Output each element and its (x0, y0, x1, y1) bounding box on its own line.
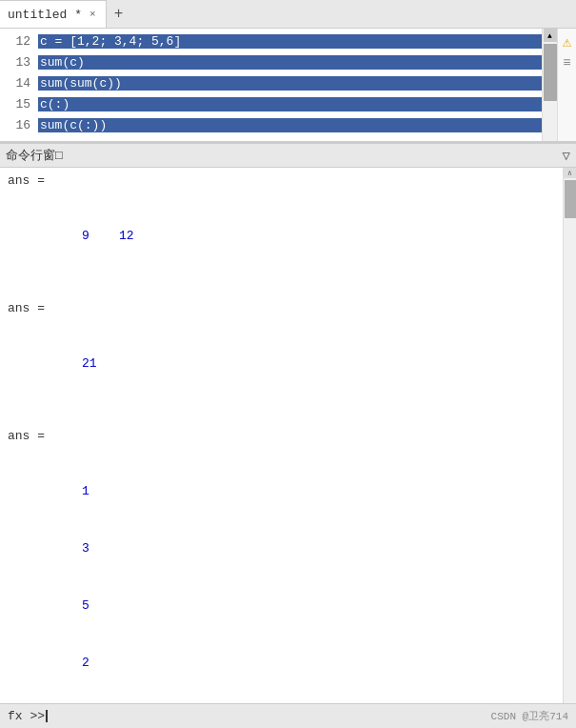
output-row-1: 9 12 (8, 208, 555, 265)
output-val-21a: 21 (52, 356, 97, 371)
editor-line-12[interactable]: 12 c = [1,2; 3,4; 5,6] (0, 30, 542, 51)
tab-close-button[interactable]: × (88, 8, 98, 21)
output-block3-label: ans = (8, 427, 555, 446)
output-val-9: 9 12 (52, 229, 134, 243)
output-block3-val5: 4 (8, 692, 555, 703)
output-block3-val1: 1 (8, 463, 555, 520)
output-val-1: 1 (52, 484, 89, 498)
editor-area: 12 c = [1,2; 3,4; 5,6] 13 sum(c) 14 sum(… (0, 29, 576, 143)
editor-line-13[interactable]: 13 sum(c) (0, 51, 542, 72)
line-code-13: sum(c) (38, 55, 542, 70)
output-block3-val2: 3 (8, 520, 555, 577)
cmd-output: ans = 9 12 ans = 21 ans = 1 3 5 (0, 168, 576, 703)
line-code-12: c = [1,2; 3,4; 5,6] (38, 34, 542, 49)
cmd-scroll-thumb[interactable] (565, 180, 576, 218)
line-code-16: sum(c(:)) (38, 118, 542, 132)
output-val-5: 5 (52, 598, 89, 613)
tab-label: untitled * (8, 8, 82, 22)
editor-content[interactable]: 12 c = [1,2; 3,4; 5,6] 13 sum(c) 14 sum(… (0, 29, 542, 141)
output-block3-val3: 5 (8, 577, 555, 635)
cursor (46, 710, 48, 722)
command-prompt: fx >> (8, 709, 45, 723)
tab-bar: untitled * × + (0, 0, 576, 29)
output-val-2: 2 (52, 656, 89, 670)
watermark: CSDN @卫亮714 (491, 709, 568, 723)
output-block2-label: ans = (8, 299, 555, 318)
line-number-14: 14 (0, 76, 38, 91)
line-code-14: sum(sum(c)) (38, 76, 542, 91)
output-block2-val: 21 (8, 335, 555, 393)
cmd-scroll-up[interactable]: ∧ (564, 168, 576, 178)
cmd-header-icons: ▽ (563, 148, 570, 164)
output-block3-val4: 2 (8, 635, 555, 692)
line-number-15: 15 (0, 97, 38, 111)
line-number-16: 16 (0, 118, 38, 132)
line-number-12: 12 (0, 34, 38, 49)
line-code-15: c(:) (38, 97, 542, 111)
bottom-bar: fx >> CSDN @卫亮714 (0, 703, 576, 728)
cmd-scrollbar[interactable]: ∧ (563, 168, 576, 703)
editor-line-14[interactable]: 14 sum(sum(c)) (0, 72, 542, 93)
cmd-collapse-icon[interactable]: ▽ (563, 148, 570, 164)
menu-icon: ≡ (563, 55, 570, 71)
cmd-window-header: 命令行窗□ ▽ (0, 143, 576, 168)
editor-line-15[interactable]: 15 c(:) (0, 93, 542, 114)
new-tab-button[interactable]: + (107, 0, 131, 28)
editor-line-16[interactable]: 16 sum(c(:)) (0, 114, 542, 135)
editor-tab[interactable]: untitled * × (0, 0, 107, 28)
line-number-13: 13 (0, 55, 38, 70)
editor-scrollbar[interactable]: ▲ (542, 29, 557, 141)
editor-right-icons: ⚠ ≡ (557, 29, 576, 141)
cmd-window-title: 命令行窗□ (6, 147, 63, 164)
warning-icon: ⚠ (563, 32, 572, 51)
scroll-thumb[interactable] (544, 44, 557, 101)
output-val-3: 3 (52, 541, 89, 556)
output-partial-label: ans = (8, 172, 555, 191)
cmd-content: ans = 9 12 ans = 21 ans = 1 3 5 (0, 168, 563, 703)
scroll-up-button[interactable]: ▲ (544, 29, 557, 42)
